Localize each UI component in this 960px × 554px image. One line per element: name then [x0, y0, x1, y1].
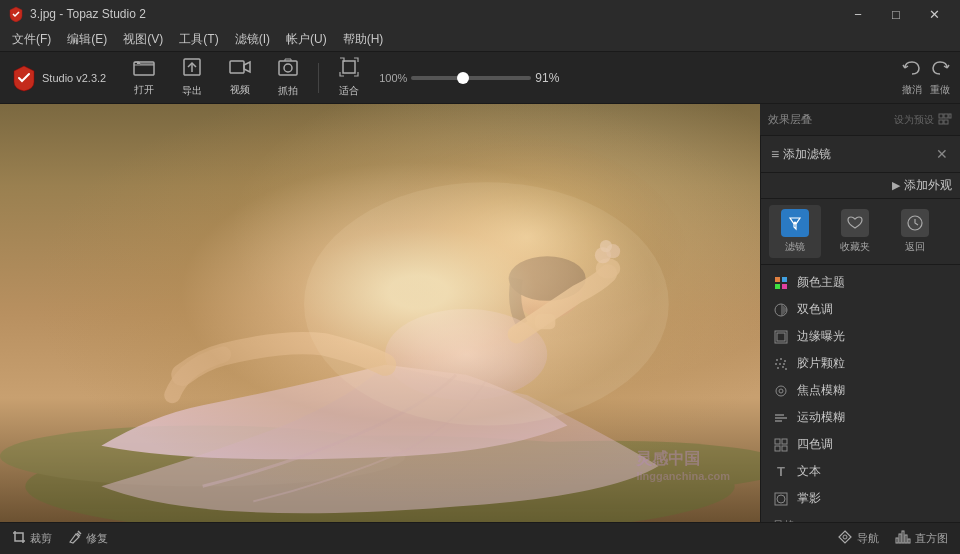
- svg-rect-23: [949, 114, 951, 118]
- grid-icon[interactable]: [938, 113, 952, 127]
- svg-rect-70: [902, 531, 904, 543]
- logo: Studio v2.3.2: [10, 64, 106, 92]
- logo-icon: [10, 64, 38, 92]
- tab-favorites[interactable]: 收藏夹: [829, 205, 881, 258]
- filter-list: 颜色主题 双色调: [761, 265, 960, 522]
- right-panels: 效果层叠 设为预设 ≡ 添加滤镜 ✕: [760, 104, 960, 522]
- export-button[interactable]: 导出: [170, 56, 214, 100]
- svg-point-36: [780, 358, 782, 360]
- watermark: 灵感中国 lingganchina.com: [636, 449, 730, 482]
- menu-filters[interactable]: 滤镜(I): [227, 29, 278, 50]
- motion-blur-label: 运动模糊: [797, 409, 845, 426]
- video-label: 视频: [230, 83, 250, 97]
- add-external-button[interactable]: ▶ 添加外观: [892, 177, 952, 194]
- svg-rect-24: [939, 120, 943, 124]
- play-icon: ▶: [892, 179, 900, 192]
- menu-tools[interactable]: 工具(T): [171, 29, 226, 50]
- filter-focal-blur[interactable]: 焦点模糊: [761, 377, 960, 404]
- filter-tabs: 滤镜 收藏夹: [761, 199, 960, 265]
- svg-rect-48: [775, 446, 780, 451]
- svg-rect-72: [908, 539, 910, 543]
- app-icon: [8, 6, 24, 22]
- preset-label[interactable]: 设为预设: [894, 113, 934, 127]
- svg-point-39: [779, 363, 781, 365]
- add-external-label: 添加外观: [904, 177, 952, 194]
- open-label: 打开: [134, 83, 154, 97]
- effects-panel-title: 效果层叠: [768, 112, 812, 127]
- logo-version: Studio v2.3.2: [42, 72, 106, 84]
- vignette-icon: [773, 491, 789, 507]
- crop-label: 裁剪: [30, 531, 52, 546]
- fit-icon: [339, 57, 359, 82]
- video-icon: [229, 58, 251, 81]
- export-label: 导出: [182, 84, 202, 98]
- undo-button[interactable]: 撤消: [902, 59, 922, 97]
- svg-rect-47: [782, 439, 787, 444]
- window-title: 3.jpg - Topaz Studio 2: [30, 7, 840, 21]
- filter-edge-exposure[interactable]: 边缘曝光: [761, 323, 960, 350]
- filter-quad-tone[interactable]: 四色调: [761, 431, 960, 458]
- fit-button[interactable]: 适合: [327, 56, 371, 100]
- retouch-button[interactable]: 修复: [68, 530, 108, 547]
- maximize-button[interactable]: □: [878, 0, 914, 28]
- tab-history[interactable]: 返回: [889, 205, 941, 258]
- zoom-slider-container: [411, 76, 531, 80]
- menu-account[interactable]: 帐户(U): [278, 29, 335, 50]
- window-controls: − □ ✕: [840, 0, 952, 28]
- toolbar: Studio v2.3.2 打开 导出: [0, 52, 960, 104]
- filter-close-button[interactable]: ✕: [934, 144, 950, 164]
- svg-rect-3: [230, 61, 244, 73]
- navigate-label: 导航: [857, 531, 879, 546]
- color-theme-icon: [773, 275, 789, 291]
- crop-icon: [12, 530, 26, 547]
- focal-blur-icon: [773, 383, 789, 399]
- zoom-slider[interactable]: [411, 76, 531, 80]
- menu-file[interactable]: 文件(F): [4, 29, 59, 50]
- status-right: 导航 直方图: [837, 529, 948, 548]
- favorites-tab-icon: [841, 209, 869, 237]
- crop-button[interactable]: 裁剪: [12, 530, 52, 547]
- filters-tab-label: 滤镜: [785, 240, 805, 254]
- redo-button[interactable]: 重做: [930, 59, 950, 97]
- navigate-button[interactable]: 导航: [837, 529, 879, 548]
- menu-edit[interactable]: 编辑(E): [59, 29, 115, 50]
- svg-rect-69: [899, 534, 901, 543]
- filter-duotone[interactable]: 双色调: [761, 296, 960, 323]
- filter-text[interactable]: T 文本: [761, 458, 960, 485]
- retouch-icon: [68, 530, 82, 547]
- svg-rect-68: [896, 538, 898, 543]
- svg-rect-31: [782, 284, 787, 289]
- add-filter-button[interactable]: ≡ 添加滤镜: [771, 146, 831, 163]
- menu-view[interactable]: 视图(V): [115, 29, 171, 50]
- image-area[interactable]: 灵感中国 lingganchina.com: [0, 104, 760, 522]
- add-external-row: ▶ 添加外观: [761, 173, 960, 199]
- status-bar: 裁剪 修复 导航: [0, 522, 960, 554]
- history-tab-label: 返回: [905, 240, 925, 254]
- filter-color-theme[interactable]: 颜色主题: [761, 269, 960, 296]
- filter-film-grain[interactable]: 胶片颗粒: [761, 350, 960, 377]
- menu-help[interactable]: 帮助(H): [335, 29, 392, 50]
- capture-button[interactable]: 抓拍: [266, 56, 310, 100]
- svg-rect-29: [782, 277, 787, 282]
- tab-filters[interactable]: 滤镜: [769, 205, 821, 258]
- histogram-button[interactable]: 直方图: [895, 530, 948, 547]
- effects-panel-header: 效果层叠 设为预设: [760, 104, 960, 136]
- style-chevron-icon[interactable]: ▾: [943, 520, 948, 522]
- minimize-button[interactable]: −: [840, 0, 876, 28]
- svg-point-45: [779, 389, 783, 393]
- retouch-label: 修复: [86, 531, 108, 546]
- close-button[interactable]: ✕: [916, 0, 952, 28]
- video-button[interactable]: 视频: [218, 56, 262, 100]
- duotone-icon: [773, 302, 789, 318]
- svg-rect-22: [944, 114, 948, 118]
- svg-point-51: [777, 495, 785, 503]
- svg-point-40: [783, 363, 785, 365]
- filter-vignette[interactable]: 掌影: [761, 485, 960, 512]
- hamburger-icon: ≡: [771, 146, 779, 162]
- open-button[interactable]: 打开: [122, 56, 166, 100]
- svg-rect-46: [775, 439, 780, 444]
- color-theme-label: 颜色主题: [797, 274, 845, 291]
- filter-motion-blur[interactable]: 运动模糊: [761, 404, 960, 431]
- quad-tone-icon: [773, 437, 789, 453]
- svg-point-26: [794, 222, 797, 225]
